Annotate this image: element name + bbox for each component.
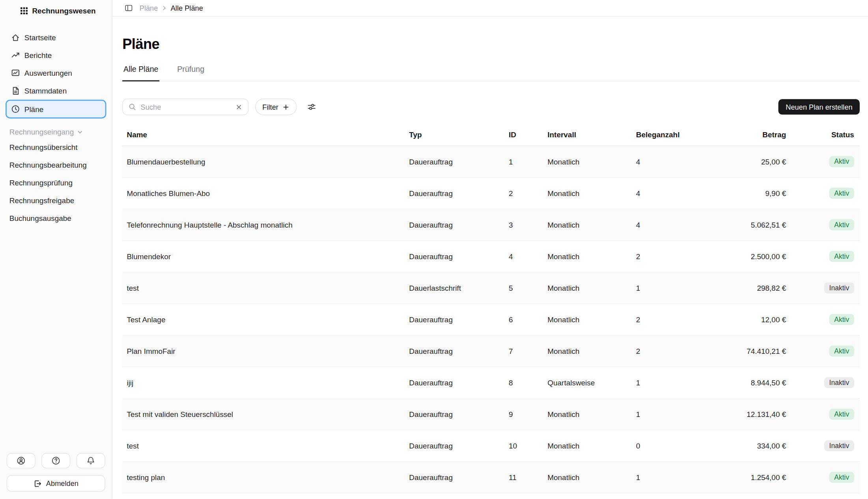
cell-betrag: 8.944,50 € — [719, 378, 786, 387]
account-button[interactable] — [7, 453, 35, 468]
cell-typ: Dauerauftrag — [409, 441, 509, 450]
tab-bar: Alle Pläne Prüfung — [122, 62, 860, 82]
notifications-button[interactable] — [77, 453, 105, 468]
sidebar-item-stammdaten[interactable]: Stammdaten — [6, 82, 106, 100]
sidebar-item-buchungsausgabe[interactable]: Buchungsausgabe — [6, 209, 106, 227]
cell-id: 5 — [509, 284, 547, 292]
sidebar-section-label: Rechnungseingang — [9, 128, 74, 136]
table-body: Blumendauerbestellung Dauerauftrag 1 Mon… — [122, 146, 860, 493]
table-header-row: Name Typ ID Intervall Beleganzahl Betrag… — [122, 124, 860, 146]
cell-id: 4 — [509, 252, 547, 260]
table-row[interactable]: Monatliches Blumen-Abo Dauerauftrag 2 Mo… — [122, 178, 860, 209]
sidebar-item-label: Pläne — [24, 105, 43, 113]
cell-typ: Dauerauftrag — [409, 410, 509, 418]
content: Pläne Alle Pläne Prüfung — [112, 17, 868, 499]
sidebar-subitem-label: Buchungsausgabe — [9, 214, 71, 222]
cell-name: ijij — [127, 378, 409, 387]
cell-beleganzahl: 1 — [636, 473, 719, 481]
sidebar-item-berichte[interactable]: Berichte — [6, 47, 106, 64]
cell-typ: Dauerauftrag — [409, 252, 509, 260]
sidebar-item-auswertungen[interactable]: Auswertungen — [6, 64, 106, 82]
view-options-button[interactable] — [303, 99, 320, 115]
cell-status: Aktiv — [786, 314, 854, 325]
cell-status: Aktiv — [786, 472, 854, 483]
cell-betrag: 2.500,00 € — [719, 252, 786, 260]
cell-name: Test Anlage — [127, 315, 409, 323]
sidebar-item-rechnungsfreigabe[interactable]: Rechnungsfreigabe — [6, 192, 106, 209]
cell-name: Blumendekor — [127, 252, 409, 260]
table-row[interactable]: Plan ImmoFair Dauerauftrag 7 Monatlich 2… — [122, 336, 860, 367]
table-row[interactable]: test Dauerlastschrift 5 Monatlich 1 298,… — [122, 273, 860, 304]
cell-beleganzahl: 2 — [636, 315, 719, 323]
cell-beleganzahl: 4 — [636, 157, 719, 166]
bell-icon — [86, 456, 95, 465]
sidebar-item-rechnungspruefung[interactable]: Rechnungsprüfung — [6, 174, 106, 192]
cell-betrag: 12,00 € — [719, 315, 786, 323]
filter-button[interactable]: Filter — [255, 99, 297, 115]
cell-name: Monatliches Blumen-Abo — [127, 189, 409, 197]
cell-betrag: 5.062,51 € — [719, 221, 786, 229]
sidebar-subitem-label: Rechnungsübersicht — [9, 143, 78, 151]
cell-beleganzahl: 0 — [636, 441, 719, 450]
cell-betrag: 74.410,21 € — [719, 347, 786, 355]
create-plan-button[interactable]: Neuen Plan erstellen — [778, 99, 860, 114]
sidebar-section-rechnungseingang[interactable]: Rechnungseingang — [6, 125, 106, 138]
sidebar-item-plaene[interactable]: Pläne — [6, 100, 106, 119]
help-button[interactable] — [41, 453, 70, 468]
sidebar-footer: Abmelden — [0, 453, 112, 492]
clear-search-button[interactable] — [235, 103, 243, 110]
cell-status: Inaktiv — [786, 282, 854, 294]
cell-status: Aktiv — [786, 219, 854, 231]
search-box — [122, 99, 248, 115]
cell-intervall: Monatlich — [547, 189, 636, 197]
breadcrumb-current: Alle Pläne — [171, 4, 203, 12]
table-row[interactable]: Test Anlage Dauerauftrag 6 Monatlich 2 1… — [122, 304, 860, 336]
search-input[interactable] — [141, 103, 231, 111]
toolbar: Filter Neuen — [122, 99, 860, 115]
cell-intervall: Monatlich — [547, 410, 636, 418]
table-row-partial — [122, 493, 860, 499]
table-row[interactable]: testing plan Dauerauftrag 11 Monatlich 1… — [122, 462, 860, 493]
sidebar-toggle-icon[interactable] — [125, 4, 133, 12]
table-row[interactable]: Telefonrechnung Hauptstelle - Abschlag m… — [122, 209, 860, 241]
table-row[interactable]: Blumendauerbestellung Dauerauftrag 1 Mon… — [122, 146, 860, 178]
cell-intervall: Monatlich — [547, 284, 636, 292]
sidebar-item-rechnungsuebersicht[interactable]: Rechnungsübersicht — [6, 138, 106, 156]
table-row[interactable]: test Dauerauftrag 10 Monatlich 0 334,00 … — [122, 430, 860, 462]
cell-id: 2 — [509, 189, 547, 197]
status-badge: Aktiv — [829, 219, 854, 231]
cell-id: 10 — [509, 441, 547, 450]
cell-id: 7 — [509, 347, 547, 355]
plus-icon — [282, 103, 289, 110]
logout-icon — [34, 479, 42, 488]
cell-intervall: Monatlich — [547, 441, 636, 450]
sidebar-item-startseite[interactable]: Startseite — [6, 29, 106, 47]
cell-typ: Dauerauftrag — [409, 189, 509, 197]
cell-name: test — [127, 284, 409, 292]
cell-name: test — [127, 441, 409, 450]
column-header-intervall: Intervall — [547, 131, 636, 139]
table-row[interactable]: Test mit validen Steuerschlüssel Dauerau… — [122, 399, 860, 430]
cell-intervall: Monatlich — [547, 157, 636, 166]
table-row[interactable]: Blumendekor Dauerauftrag 4 Monatlich 2 2… — [122, 241, 860, 273]
cell-beleganzahl: 4 — [636, 221, 719, 229]
cell-beleganzahl: 1 — [636, 284, 719, 292]
status-badge: Aktiv — [829, 188, 854, 199]
cell-intervall: Monatlich — [547, 315, 636, 323]
breadcrumb: Pläne Alle Pläne — [140, 4, 203, 12]
sidebar-item-rechnungsbearbeitung[interactable]: Rechnungsbearbeitung — [6, 156, 106, 174]
tab-pruefung[interactable]: Prüfung — [176, 62, 205, 81]
cell-betrag: 12.131,40 € — [719, 410, 786, 418]
tab-alle-plaene[interactable]: Alle Pläne — [122, 62, 159, 82]
logout-button[interactable]: Abmelden — [7, 475, 105, 492]
cell-status: Inaktiv — [786, 440, 854, 452]
sidebar-nav: Startseite Berichte Auswertungen — [0, 29, 112, 227]
clock-icon — [11, 105, 20, 113]
chevron-down-icon — [77, 128, 84, 135]
cell-beleganzahl: 1 — [636, 378, 719, 387]
cell-id: 9 — [509, 410, 547, 418]
breadcrumb-parent[interactable]: Pläne — [140, 4, 158, 12]
table-row[interactable]: ijij Dauerauftrag 8 Quartalsweise 1 8.94… — [122, 367, 860, 399]
cell-status: Aktiv — [786, 156, 854, 167]
column-header-name: Name — [127, 131, 409, 139]
